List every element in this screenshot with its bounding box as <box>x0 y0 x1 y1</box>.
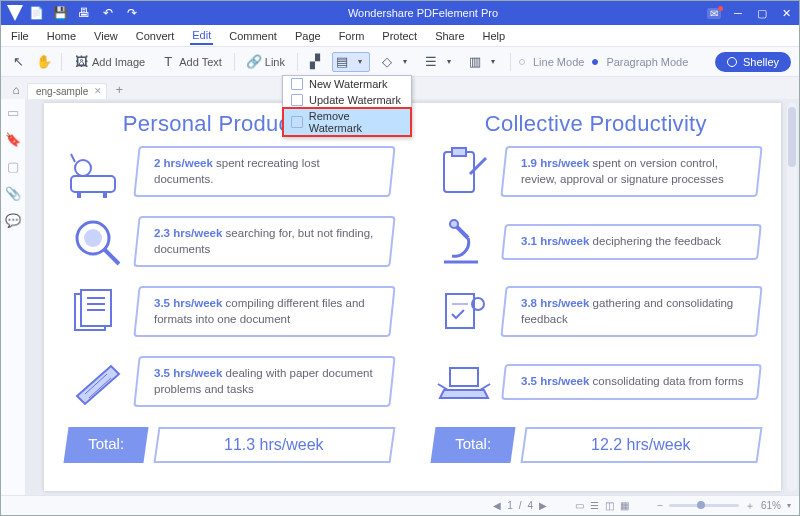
user-icon <box>727 57 737 67</box>
zoom-in-icon[interactable]: ＋ <box>745 499 755 513</box>
print-icon[interactable]: 🖶 <box>77 6 91 20</box>
header-footer-dropdown[interactable]: ☰▾ <box>422 53 458 71</box>
add-image-button[interactable]: 🖼Add Image <box>70 53 149 71</box>
total-label: Total: <box>63 427 148 463</box>
menuitem-new-watermark[interactable]: New Watermark <box>283 76 411 92</box>
watermark-menu: New Watermark Update Watermark Remove Wa… <box>282 75 412 137</box>
minimize-icon[interactable]: ─ <box>731 6 745 20</box>
open-file-icon[interactable]: 📄 <box>29 6 43 20</box>
search-panel-icon[interactable]: ▢ <box>7 159 19 174</box>
link-button[interactable]: 🔗Link <box>243 53 289 71</box>
document-tab[interactable]: eng-sample✕ <box>27 83 107 99</box>
zoom-dropdown-icon[interactable]: ▾ <box>787 501 791 510</box>
zoom-value: 61% <box>761 500 781 511</box>
svg-rect-0 <box>71 176 115 192</box>
menu-help[interactable]: Help <box>481 28 508 44</box>
svg-rect-2 <box>77 192 81 198</box>
menubar: File Home View Convert Edit Comment Page… <box>1 25 799 47</box>
paragraph-mode-radio[interactable] <box>592 59 598 65</box>
menu-home[interactable]: Home <box>45 28 78 44</box>
bookmarks-icon[interactable]: 🔖 <box>5 132 21 147</box>
divider <box>61 53 62 71</box>
menuitem-update-watermark[interactable]: Update Watermark <box>283 92 411 108</box>
svg-rect-18 <box>446 294 474 328</box>
stat-card: 3.1 hrs/week deciphering the feedback <box>501 224 761 260</box>
stat-card: 3.8 hrs/week gathering and consolidating… <box>500 286 762 337</box>
menu-share[interactable]: Share <box>433 28 466 44</box>
zoom-out-icon[interactable]: − <box>657 500 663 511</box>
home-tab[interactable]: ⌂ <box>7 81 25 99</box>
stat-card: 2.3 hrs/week searching for, but not find… <box>133 216 395 267</box>
files-illustration-icon <box>66 283 128 341</box>
save-icon[interactable]: 💾 <box>53 6 67 20</box>
background-dropdown[interactable]: ◇▾ <box>378 53 414 71</box>
stat-card: 3.5 hrs/week compiling different files a… <box>133 286 395 337</box>
stat-card: 3.5 hrs/week consolidating data from for… <box>501 364 761 400</box>
redo-icon[interactable]: ↷ <box>125 6 139 20</box>
comments-icon[interactable]: 💬 <box>5 213 21 228</box>
app-logo-icon <box>7 5 23 21</box>
divider <box>510 53 511 71</box>
bates-dropdown[interactable]: ▥▾ <box>466 53 502 71</box>
next-page-icon[interactable]: ▶ <box>539 500 547 511</box>
prev-page-icon[interactable]: ◀ <box>493 500 501 511</box>
user-button[interactable]: Shelley <box>715 52 791 72</box>
hands-laptop-illustration-icon <box>433 353 495 411</box>
menu-edit[interactable]: Edit <box>190 27 213 45</box>
svg-point-1 <box>75 160 91 176</box>
view-continuous-icon[interactable]: ☰ <box>590 500 599 511</box>
left-sidebar: ▭ 🔖 ▢ 📎 💬 <box>1 99 26 495</box>
right-heading: Collective Productivity <box>433 111 760 137</box>
thumbnails-icon[interactable]: ▭ <box>7 105 19 120</box>
maximize-icon[interactable]: ▢ <box>755 6 769 20</box>
menu-form[interactable]: Form <box>337 28 367 44</box>
document-canvas[interactable]: Personal Productivity 2 hrs/week spent r… <box>26 99 799 495</box>
close-tab-icon[interactable]: ✕ <box>94 86 102 96</box>
menu-file[interactable]: File <box>9 28 31 44</box>
clipboard-illustration-icon <box>433 143 495 201</box>
page-total: 4 <box>528 500 534 511</box>
hand-tool[interactable]: ✋ <box>35 53 53 71</box>
vertical-scrollbar[interactable] <box>787 103 797 491</box>
statusbar: ◀ 1 /4 ▶ ▭ ☰ ◫ ▦ − ＋ 61% ▾ <box>1 495 799 515</box>
new-tab-button[interactable]: + <box>111 81 127 97</box>
total-value: 11.3 hrs/week <box>153 427 395 463</box>
undo-icon[interactable]: ↶ <box>101 6 115 20</box>
total-label: Total: <box>430 427 515 463</box>
menu-comment[interactable]: Comment <box>227 28 279 44</box>
line-mode-label: Line Mode <box>533 56 584 68</box>
page: Personal Productivity 2 hrs/week spent r… <box>44 103 781 491</box>
view-facing-continuous-icon[interactable]: ▦ <box>620 500 629 511</box>
window-title: Wondershare PDFelement Pro <box>139 7 707 19</box>
divider <box>234 53 235 71</box>
svg-rect-21 <box>450 368 478 386</box>
svg-point-5 <box>84 229 102 247</box>
close-window-icon[interactable]: ✕ <box>779 6 793 20</box>
stat-card: 2 hrs/week spent recreating lost documen… <box>133 146 395 197</box>
menu-convert[interactable]: Convert <box>134 28 177 44</box>
menuitem-remove-watermark[interactable]: Remove Watermark <box>283 108 411 136</box>
svg-rect-8 <box>81 290 111 326</box>
view-single-icon[interactable]: ▭ <box>575 500 584 511</box>
crop-tool[interactable]: ▞ <box>306 53 324 71</box>
attachments-icon[interactable]: 📎 <box>5 186 21 201</box>
select-tool[interactable]: ↖ <box>9 53 27 71</box>
page-navigator[interactable]: ◀ 1 /4 ▶ <box>493 500 547 511</box>
left-column: Personal Productivity 2 hrs/week spent r… <box>66 111 393 485</box>
menu-protect[interactable]: Protect <box>380 28 419 44</box>
svg-point-17 <box>450 220 458 228</box>
watermark-dropdown[interactable]: ▤▾ <box>332 52 370 72</box>
menu-page[interactable]: Page <box>293 28 323 44</box>
watermark-icon <box>291 78 303 90</box>
line-mode-radio[interactable] <box>519 59 525 65</box>
magnifier-illustration-icon <box>66 213 128 271</box>
total-value: 12.2 hrs/week <box>520 427 762 463</box>
watermark-icon <box>291 94 303 106</box>
mail-icon[interactable]: ✉ <box>707 8 721 19</box>
page-current: 1 <box>507 500 513 511</box>
scrollbar-thumb[interactable] <box>788 107 796 167</box>
menu-view[interactable]: View <box>92 28 120 44</box>
add-text-button[interactable]: TAdd Text <box>157 53 226 71</box>
zoom-slider[interactable] <box>669 504 739 507</box>
view-facing-icon[interactable]: ◫ <box>605 500 614 511</box>
